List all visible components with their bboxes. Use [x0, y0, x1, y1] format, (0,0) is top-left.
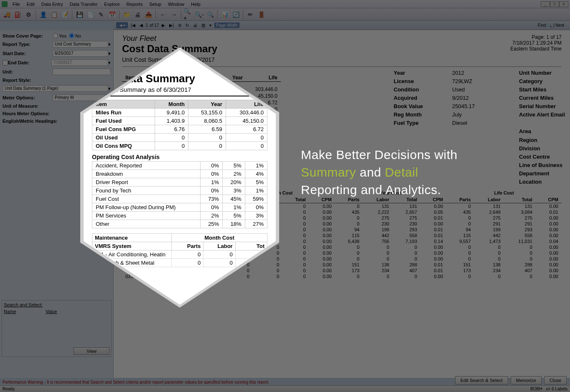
status-ready: Ready. — [3, 387, 15, 391]
unit-input[interactable] — [53, 68, 111, 75]
exit-icon[interactable]: 🚪 — [256, 10, 266, 20]
hex-usage-table: ItemMonthYearLife Miles Run9,491.053,155… — [92, 100, 267, 150]
notes-icon[interactable]: 📄 — [85, 10, 95, 20]
refresh-icon[interactable]: 🔄 — [231, 10, 241, 20]
page-indicator: Page: 1 of 17 — [510, 34, 562, 40]
first-page-icon[interactable]: |◀ — [130, 23, 137, 28]
view-button[interactable]: View — [74, 347, 109, 355]
hours-meter-label: Hours Meter Options: — [3, 111, 69, 116]
unit-label: Unit: — [3, 69, 53, 74]
last-page-icon[interactable]: ▶| — [168, 23, 175, 28]
close-button[interactable]: Close — [544, 376, 567, 384]
search-value-col: Value — [46, 309, 57, 314]
back-icon[interactable]: ← — [158, 10, 168, 20]
find-field[interactable]: Find 🔍 | Next — [534, 23, 567, 28]
person-icon[interactable]: 👤 — [38, 10, 48, 20]
copy-icon[interactable]: 📋 — [49, 10, 59, 20]
end-date-input[interactable]: 7/18/2017 — [51, 59, 108, 66]
zoom-in-icon[interactable]: 🔍+ — [183, 10, 193, 20]
pencil-icon[interactable]: ✏ — [245, 10, 255, 20]
menu-data-entry[interactable]: Data Entry — [38, 1, 66, 8]
timezone: Eastern Standard Time — [510, 46, 562, 52]
fuel-icon[interactable]: ⛽ — [13, 10, 23, 20]
hex-oca-table: Accident, Reported0%5%1%Breakdown0%2%4%D… — [92, 161, 267, 228]
prev-page-icon[interactable]: ◀ — [138, 23, 144, 28]
layout-icon[interactable]: ▥ — [200, 23, 206, 28]
report-style-select[interactable]: Unit Data Summary (1 Page) — [3, 85, 108, 92]
zoom-fit-icon[interactable]: 🔍 — [205, 10, 215, 20]
chart-icon[interactable]: 📊 — [220, 10, 230, 20]
menu-window[interactable]: Window — [165, 1, 188, 8]
main-toolbar: 🚚 ⛽ ⚙ 👤 📋 📝 💾 📄 ✎ 📅 📁 🖨 📤 ← → 🔍+ 🔍- 🔍 📊 … — [0, 8, 570, 21]
export-report-icon[interactable]: ▾ — [208, 23, 213, 28]
save-icon[interactable]: 💾 — [74, 10, 84, 20]
menu-data-transfer[interactable]: Data Transfer — [66, 1, 101, 8]
status-user: BOBH — [530, 387, 542, 391]
back-arrow-button[interactable]: ◄━ — [116, 22, 128, 28]
search-name-col: Name — [4, 309, 46, 314]
export-icon[interactable]: 📤 — [143, 10, 153, 20]
report-fleet-name: Your Fleet — [122, 34, 217, 43]
end-date-dropdown-icon[interactable]: ▾ — [108, 60, 111, 66]
start-date-label: Start Date: — [3, 51, 53, 56]
zoom-select[interactable]: Page Width — [214, 23, 239, 28]
stop-icon[interactable]: ⊘ — [177, 23, 183, 28]
maximize-button[interactable]: □ — [550, 1, 559, 7]
print-icon[interactable]: 🖨 — [132, 10, 142, 20]
next-page-icon[interactable]: ▶ — [160, 23, 166, 28]
page-num: 1 — [146, 23, 148, 28]
menu-setup[interactable]: Setup — [146, 1, 165, 8]
report-title: Cost Data Summary — [122, 43, 217, 55]
unit-measure-label: Unit of Measure: — [3, 104, 53, 109]
edit-search-button[interactable]: Edit Search & Select — [455, 376, 508, 384]
app-icon — [2, 1, 8, 7]
show-cover-label: Show Cover Page: — [3, 33, 53, 38]
hex-oca-heading: Operating Cost Analysis — [92, 150, 267, 161]
menu-reports[interactable]: Reports — [123, 1, 146, 8]
zoom-out-icon[interactable]: 🔍- — [194, 10, 204, 20]
folder-icon[interactable]: 📁 — [122, 10, 132, 20]
search-select-title: Search and Select: — [4, 302, 109, 307]
menu-file[interactable]: File — [9, 1, 23, 8]
marketing-text: Make Better Decisions with Summary and D… — [301, 146, 458, 199]
refresh-report-icon[interactable]: ↻ — [184, 23, 190, 28]
tire-icon[interactable]: ⚙ — [23, 10, 33, 20]
report-style-label: Report Style: — [3, 78, 53, 83]
start-date-dropdown-icon[interactable]: ▾ — [108, 51, 111, 56]
paste-icon[interactable]: 📝 — [60, 10, 70, 20]
menu-help[interactable]: Help — [188, 1, 204, 8]
eng-metric-label: English\Metric Headings: — [3, 119, 69, 124]
report-type-dropdown-icon[interactable]: ▾ — [108, 42, 111, 47]
report-type-select[interactable]: Unit Cost Summary — [53, 41, 108, 48]
print-report-icon[interactable]: 🖨 — [192, 23, 198, 28]
close-window-button[interactable]: × — [559, 1, 568, 7]
end-date-label: End Date: — [8, 60, 51, 65]
end-date-checkbox[interactable] — [3, 60, 8, 66]
minimize-button[interactable]: _ — [541, 1, 550, 7]
report-style-dropdown-icon[interactable]: ▾ — [108, 86, 111, 91]
hex-maint-table: MaintenanceMonth Cost VMRS SystemPartsLa… — [92, 233, 267, 267]
truck-icon[interactable]: 🚚 — [2, 10, 12, 20]
edit-icon[interactable]: ✎ — [96, 10, 106, 20]
forward-icon[interactable]: → — [169, 10, 179, 20]
meter-options-label: Meter Options: — [3, 95, 53, 100]
memorize-button[interactable]: Memorize — [511, 376, 542, 384]
search-select-panel: Search and Select: NameValue View — [2, 300, 112, 357]
report-type-label: Report Type: — [3, 42, 53, 47]
start-date-input[interactable]: 6/25/2017 — [53, 50, 108, 57]
print-timestamp: 7/18/2017 1:29:24 PM — [510, 40, 562, 46]
cover-yes-radio[interactable] — [53, 33, 58, 38]
calendar-icon[interactable]: 📅 — [107, 10, 117, 20]
menu-explore[interactable]: Explore — [101, 1, 123, 8]
menu-bar: File Edit Data Entry Data Transfer Explo… — [0, 0, 570, 8]
page-of: of 17 — [150, 23, 159, 28]
status-bar: Ready. BOBH 🏷 0 Labels — [0, 385, 570, 392]
menu-edit[interactable]: Edit — [23, 1, 38, 8]
report-toolbar: ◄━ |◀ ◀ 1 of 17 ▶ ▶| ⊘ ↻ 🖨 ▥ ▾ Page Widt… — [114, 21, 570, 30]
status-labels: 🏷 0 Labels — [546, 387, 567, 391]
cover-no-radio[interactable] — [69, 33, 74, 38]
